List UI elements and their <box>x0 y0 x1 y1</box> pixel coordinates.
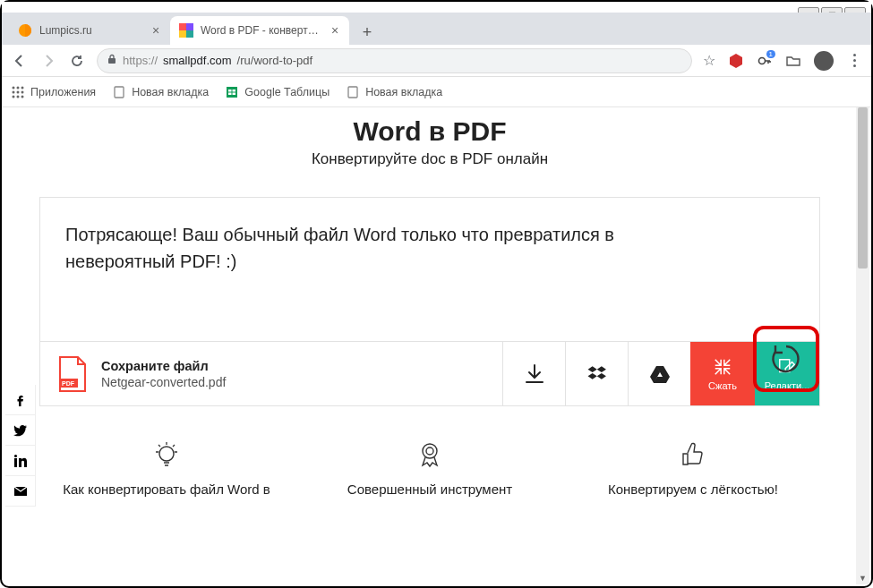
svg-point-16 <box>21 95 24 98</box>
bookmark-newtab2[interactable]: Новая вкладка <box>346 85 442 99</box>
svg-point-8 <box>13 86 15 89</box>
share-twitter[interactable] <box>5 415 36 446</box>
share-facebook[interactable] <box>5 385 36 415</box>
googledrive-button[interactable] <box>628 342 690 405</box>
google-drive-icon <box>648 362 672 386</box>
share-email[interactable] <box>5 476 36 507</box>
address-bar: https://smallpdf.com/ru/word-to-pdf ☆ 1 <box>2 45 871 77</box>
features-row: Как конвертировать файл Word в Совершенн… <box>39 437 820 497</box>
apps-grid-icon <box>11 85 25 99</box>
url-protocol: https:// <box>123 54 158 67</box>
linkedin-icon <box>13 454 28 468</box>
bookmark-label: Приложения <box>30 86 96 98</box>
profile-avatar[interactable] <box>814 51 834 71</box>
bookmark-star-icon[interactable]: ☆ <box>703 52 715 69</box>
annotation-highlight <box>753 326 819 392</box>
nav-forward-button[interactable] <box>39 52 57 70</box>
window-titlebar: – ☐ ✕ <box>2 2 871 13</box>
svg-point-9 <box>17 86 20 89</box>
bookmark-sheets[interactable]: Google Таблицы <box>225 85 330 99</box>
facebook-icon <box>13 393 28 407</box>
svg-rect-29 <box>14 458 17 467</box>
extension-adblock-icon[interactable] <box>728 53 744 69</box>
compress-button[interactable]: Сжать <box>690 342 755 405</box>
share-sidebar <box>5 385 36 507</box>
vertical-scrollbar[interactable]: ▲ ▼ <box>856 107 869 584</box>
tab-strip: Lumpics.ru × Word в PDF - конвертируйте … <box>2 13 871 45</box>
url-path: /ru/word-to-pdf <box>237 54 313 67</box>
sheets-icon <box>225 85 239 99</box>
svg-point-12 <box>17 90 20 93</box>
svg-point-7 <box>759 57 766 64</box>
page-viewport: Word в PDF Конвертируйте doc в PDF онлай… <box>4 107 869 584</box>
dropbox-icon <box>586 362 609 386</box>
svg-point-10 <box>21 86 24 89</box>
feature-title: Совершенный инструмент <box>303 481 557 497</box>
svg-point-28 <box>426 447 433 455</box>
page-icon <box>112 85 126 99</box>
lightbulb-icon <box>39 437 294 473</box>
extension-key-icon[interactable]: 1 <box>757 53 773 69</box>
svg-point-11 <box>13 90 15 93</box>
compress-icon <box>713 357 732 377</box>
share-linkedin[interactable] <box>5 446 36 476</box>
award-icon <box>303 437 557 473</box>
new-tab-button[interactable]: + <box>355 20 380 45</box>
svg-point-26 <box>159 447 174 461</box>
scroll-thumb[interactable] <box>858 107 868 268</box>
svg-point-15 <box>17 95 20 98</box>
svg-rect-22 <box>348 87 357 98</box>
svg-point-14 <box>13 95 15 98</box>
svg-rect-5 <box>108 58 116 64</box>
svg-rect-2 <box>186 23 193 30</box>
svg-rect-3 <box>179 30 186 38</box>
favicon-smallpdf-icon <box>179 23 193 38</box>
dropbox-button[interactable] <box>565 342 628 405</box>
page-icon <box>346 85 360 99</box>
svg-rect-4 <box>186 30 193 38</box>
page-subtitle: Конвертируйте doc в PDF онлайн <box>4 150 856 168</box>
feature-howto: Как конвертировать файл Word в <box>39 437 294 497</box>
pdf-file-icon: PDF <box>56 355 89 393</box>
scroll-down-icon[interactable]: ▼ <box>856 571 869 584</box>
extension-folder-icon[interactable] <box>785 53 801 69</box>
tab-smallpdf[interactable]: Word в PDF - конвертируйте DC × <box>170 16 349 45</box>
feature-title: Как конвертировать файл Word в <box>39 481 294 497</box>
svg-rect-17 <box>115 87 124 98</box>
twitter-icon <box>13 423 28 438</box>
compress-label: Сжать <box>708 380 737 391</box>
menu-button[interactable] <box>846 54 862 67</box>
tab-close-icon[interactable]: × <box>330 25 340 36</box>
save-file-title: Сохраните файл <box>101 359 226 373</box>
email-icon <box>13 484 28 499</box>
page-title: Word в PDF <box>4 116 856 147</box>
svg-marker-6 <box>730 54 742 68</box>
url-field[interactable]: https://smallpdf.com/ru/word-to-pdf <box>97 48 692 73</box>
svg-point-13 <box>21 90 24 93</box>
save-file-section: PDF Сохраните файл Netgear-converted.pdf <box>40 342 502 405</box>
feature-title: Конвертируем с лёгкостью! <box>566 481 820 497</box>
bookmark-label: Google Таблицы <box>244 86 330 98</box>
toolbar-right: ☆ 1 <box>703 51 862 71</box>
result-card: Потрясающе! Ваш обычный файл Word только… <box>39 197 820 406</box>
feature-easy: Конвертируем с лёгкостью! <box>566 437 820 497</box>
bookmark-label: Новая вкладка <box>132 86 209 98</box>
svg-point-30 <box>13 454 16 456</box>
svg-rect-1 <box>179 23 186 30</box>
favicon-lumpics-icon <box>18 23 32 38</box>
success-message: Потрясающе! Ваш обычный файл Word только… <box>65 221 721 275</box>
apps-button[interactable]: Приложения <box>11 85 96 99</box>
bookmark-newtab[interactable]: Новая вкладка <box>112 85 209 99</box>
nav-reload-button[interactable] <box>68 52 86 70</box>
page-content: Word в PDF Конвертируйте doc в PDF онлай… <box>4 107 856 584</box>
nav-back-button[interactable] <box>11 52 29 70</box>
tab-lumpics[interactable]: Lumpics.ru × <box>9 16 170 45</box>
bookmark-label: Новая вкладка <box>365 86 442 98</box>
tab-close-icon[interactable]: × <box>150 25 161 36</box>
tab-title: Word в PDF - конвертируйте DC <box>201 24 324 37</box>
filename-label: Netgear-converted.pdf <box>101 375 226 389</box>
tab-title: Lumpics.ru <box>39 24 145 37</box>
url-host: smallpdf.com <box>163 54 232 67</box>
svg-point-27 <box>423 444 437 458</box>
download-button[interactable] <box>502 342 565 405</box>
